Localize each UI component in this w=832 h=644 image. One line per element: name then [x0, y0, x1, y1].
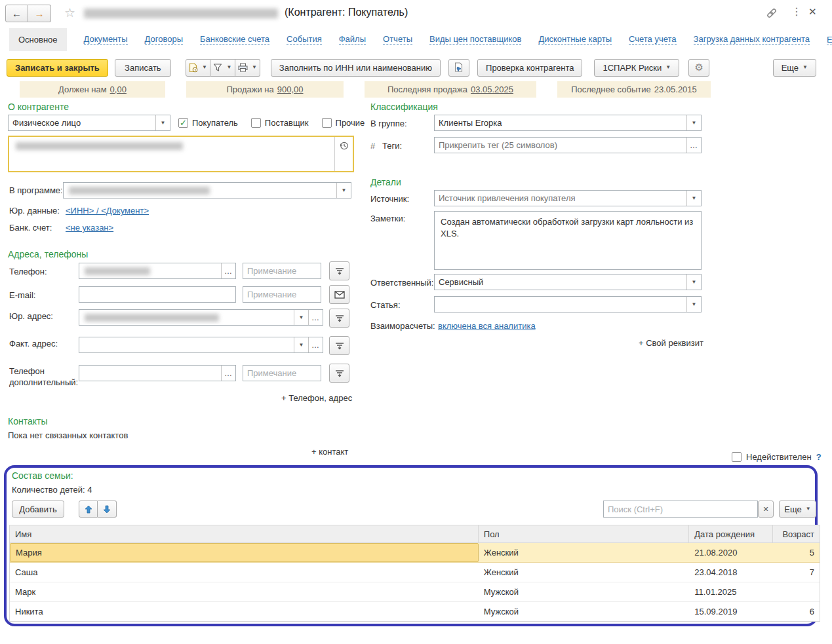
tab-events[interactable]: События — [287, 34, 322, 45]
kebab-menu-icon[interactable]: ⋮ — [791, 5, 802, 18]
chevron-down-icon[interactable]: ▼ — [686, 297, 701, 312]
family-table-row[interactable]: Никита Мужской 15.09.2019 6 — [10, 602, 820, 621]
chevron-down-icon[interactable]: ▼ — [155, 115, 170, 130]
tab-main[interactable]: Основное — [9, 28, 67, 51]
filter-button[interactable]: ▼ — [210, 59, 235, 77]
email-input[interactable] — [79, 286, 236, 303]
ellipsis-button[interactable]: … — [308, 310, 323, 325]
send-email-button[interactable] — [329, 285, 349, 304]
tags-field[interactable]: … — [434, 137, 702, 153]
source-input[interactable] — [435, 191, 686, 206]
family-table-row[interactable]: Саша Женский 23.04.2018 7 — [10, 563, 820, 582]
group-field[interactable]: ▼ — [434, 115, 702, 131]
in-program-field[interactable]: ▼ — [63, 182, 351, 199]
check-counterparty-button[interactable]: Проверка контрагента — [477, 59, 582, 77]
bank-account-link[interactable]: <не указан> — [66, 223, 113, 233]
add-phone-address-link[interactable]: + Телефон, адрес — [281, 393, 352, 403]
tab-supplier-price-types[interactable]: Виды цен поставщиков — [429, 34, 521, 45]
family-search-input[interactable] — [603, 501, 758, 518]
owes-us-value[interactable]: 0,00 — [110, 85, 127, 94]
tab-reports[interactable]: Отчеты — [383, 34, 412, 45]
create-based-on-button[interactable]: ▼ — [186, 59, 210, 77]
group-value[interactable] — [435, 115, 686, 130]
settings-button[interactable]: ⚙ — [688, 59, 709, 77]
clear-search-button[interactable]: ✕ — [758, 501, 774, 518]
back-button[interactable]: ← — [5, 5, 28, 22]
counterparty-type-select[interactable]: ▼ — [8, 115, 170, 131]
field-history-button[interactable] — [334, 137, 353, 171]
phone2-note-input[interactable] — [243, 365, 321, 381]
notes-label: Заметки: — [370, 214, 405, 223]
tags-input[interactable] — [435, 138, 686, 153]
family-table-row[interactable]: Марк Мужской 11.01.2025 — [10, 582, 820, 602]
spark-risks-button[interactable]: 1СПАРК Риски ▼ — [594, 59, 679, 77]
counterparty-name-field[interactable] — [8, 136, 354, 172]
email-note-input[interactable] — [243, 286, 321, 303]
phone-actions-button[interactable] — [329, 261, 349, 280]
filter-icon — [213, 63, 222, 72]
move-down-button[interactable] — [98, 501, 117, 518]
favorite-star-icon[interactable]: ☆ — [64, 5, 75, 20]
fill-by-inn-button[interactable]: Заполнить по ИНН или наименованию — [271, 59, 441, 77]
last-sale-date[interactable]: 03.05.2025 — [471, 85, 513, 94]
column-header-age[interactable]: Возраст — [773, 525, 820, 542]
tab-contracts[interactable]: Договоры — [145, 34, 183, 45]
legal-data-links[interactable]: <ИНН> / <Документ> — [66, 206, 149, 216]
ellipsis-button[interactable]: … — [221, 366, 235, 381]
toolbar-more-button[interactable]: Еще ▼ — [773, 59, 816, 77]
column-header-gender[interactable]: Пол — [479, 525, 689, 542]
checkbox-supplier[interactable]: Поставщик — [251, 118, 309, 128]
ellipsis-button[interactable]: … — [308, 337, 323, 352]
tab-files[interactable]: Файлы — [339, 34, 366, 45]
get-link-icon[interactable] — [766, 7, 778, 19]
chevron-down-icon[interactable]: ▼ — [686, 115, 701, 130]
tab-data-load[interactable]: Загрузка данных контрагента — [694, 34, 810, 45]
add-custom-attribute-link[interactable]: + Свой реквизит — [639, 338, 703, 348]
chevron-down-icon[interactable]: ▼ — [686, 191, 701, 206]
help-icon[interactable]: ? — [816, 452, 822, 462]
sales-value[interactable]: 900,00 — [277, 85, 304, 94]
column-header-name[interactable]: Имя — [10, 525, 479, 542]
print-button[interactable]: ▼ — [235, 59, 260, 77]
ellipsis-button[interactable]: … — [221, 263, 235, 278]
tab-discount-cards[interactable]: Дисконтные карты — [538, 34, 612, 45]
checkbox-buyer[interactable]: ✓ Покупатель — [178, 118, 238, 128]
chevron-down-icon[interactable]: ▼ — [294, 310, 308, 325]
tab-bank-accounts[interactable]: Банковские счета — [200, 34, 269, 45]
tab-accounting-accounts[interactable]: Счета учета — [629, 34, 677, 45]
legal-address-field[interactable]: ▼ … — [79, 309, 323, 326]
article-field[interactable]: ▼ — [434, 296, 702, 313]
ellipsis-button[interactable]: … — [686, 138, 701, 153]
fact-address-actions-button[interactable] — [329, 336, 349, 355]
chevron-down-icon[interactable]: ▼ — [336, 183, 351, 198]
family-table-row[interactable]: Мария Женский 21.08.2020 5 — [10, 543, 820, 563]
responsible-field[interactable]: ▼ — [434, 274, 702, 290]
notes-textarea[interactable]: Создан автоматически обработкой загрузки… — [434, 211, 702, 270]
responsible-value[interactable] — [435, 275, 686, 290]
tab-more[interactable]: Еще... ▼ — [827, 35, 832, 45]
chevron-down-icon[interactable]: ▼ — [686, 275, 701, 290]
phone-field[interactable]: … — [79, 263, 236, 279]
counterparty-type-value[interactable] — [9, 115, 155, 130]
phone-note-input[interactable] — [243, 263, 321, 279]
source-field[interactable]: ▼ — [434, 190, 702, 206]
phone2-field[interactable]: … — [79, 365, 236, 381]
fact-address-field[interactable]: ▼ … — [79, 337, 323, 353]
phone2-actions-button[interactable] — [329, 364, 349, 383]
move-up-button[interactable] — [79, 501, 98, 518]
family-more-button[interactable]: Еще ▼ — [779, 501, 816, 518]
save-and-close-button[interactable]: Записать и закрыть — [7, 59, 108, 77]
load-counterparty-data-button[interactable] — [448, 59, 469, 77]
tab-documents[interactable]: Документы — [84, 34, 128, 45]
checkbox-other[interactable]: Прочие — [322, 118, 365, 128]
invalid-checkbox[interactable] — [732, 452, 742, 462]
forward-button[interactable]: → — [28, 5, 51, 22]
add-contact-link[interactable]: + контакт — [311, 447, 348, 457]
settlements-link[interactable]: включена вся аналитика — [438, 321, 536, 331]
legal-address-actions-button[interactable] — [329, 309, 349, 328]
column-header-birthdate[interactable]: Дата рождения — [689, 525, 773, 542]
close-icon[interactable]: ✕ — [808, 6, 817, 18]
add-family-member-button[interactable]: Добавить — [12, 501, 64, 518]
chevron-down-icon[interactable]: ▼ — [294, 337, 308, 352]
save-button[interactable]: Записать — [115, 59, 171, 77]
